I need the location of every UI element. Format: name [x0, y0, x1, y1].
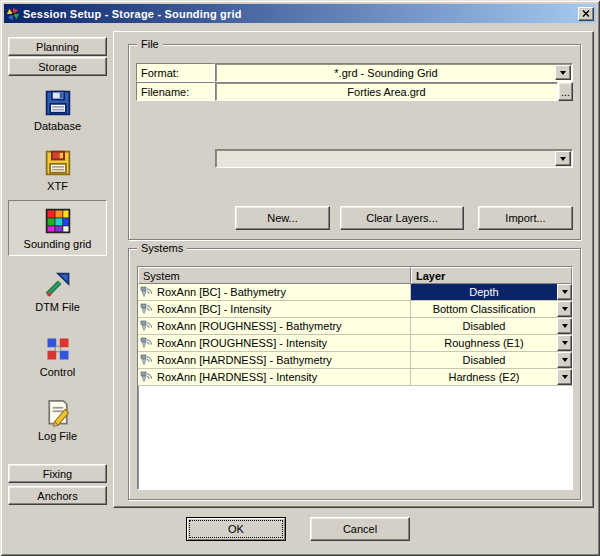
control-icon	[44, 335, 72, 363]
sidebar-button-fixing[interactable]: Fixing	[8, 464, 107, 483]
chevron-down-icon	[562, 341, 568, 345]
sounder-icon	[140, 303, 154, 315]
sidebar-button-label: Anchors	[37, 490, 77, 502]
system-cell[interactable]: RoxAnn [ROUGHNESS] - Bathymetry	[138, 318, 411, 334]
sounder-icon	[140, 371, 154, 383]
sidebar-item-label: Database	[34, 120, 81, 132]
layer-combobox[interactable]: Depth	[411, 284, 572, 300]
extra-combobox[interactable]	[215, 149, 573, 168]
filename-field[interactable]: Forties Area.grd	[215, 82, 558, 101]
system-cell[interactable]: RoxAnn [HARDNESS] - Intensity	[138, 369, 411, 385]
column-header-layer[interactable]: Layer	[411, 267, 572, 284]
table-row: RoxAnn [ROUGHNESS] - Bathymetry Disabled	[138, 318, 572, 335]
dtm-file-icon	[44, 270, 72, 298]
system-cell[interactable]: RoxAnn [BC] - Bathymetry	[138, 284, 411, 300]
layer-dropdown-button[interactable]	[557, 284, 572, 300]
close-icon	[582, 10, 590, 17]
layer-combobox[interactable]: Bottom Classification	[411, 301, 572, 317]
sounder-icon	[140, 320, 154, 332]
layer-dropdown-button[interactable]	[557, 301, 572, 317]
layer-dropdown-button[interactable]	[557, 369, 572, 385]
system-cell[interactable]: RoxAnn [BC] - Intensity	[138, 301, 411, 317]
log-file-icon	[44, 399, 72, 427]
clear-layers-button[interactable]: Clear Layers...	[340, 206, 464, 230]
database-disk-icon	[44, 89, 72, 117]
layer-dropdown-button[interactable]	[557, 318, 572, 334]
session-setup-window: Session Setup - Storage - Sounding grid …	[0, 0, 600, 556]
sidebar-item-label: DTM File	[35, 301, 80, 313]
sidebar-item-sounding-grid[interactable]: Sounding grid	[8, 200, 107, 256]
ok-button[interactable]: OK	[186, 517, 286, 541]
table-row: RoxAnn [BC] - Bathymetry Depth	[138, 284, 572, 301]
systems-group: Systems System Layer RoxAnn [BC] - Bathy…	[128, 248, 581, 500]
table-row: RoxAnn [BC] - Intensity Bottom Classific…	[138, 301, 572, 318]
close-button[interactable]	[578, 7, 594, 21]
browse-button[interactable]: ...	[558, 82, 573, 101]
chevron-down-icon	[562, 375, 568, 379]
sidebar-item-xtf[interactable]: XTF	[8, 144, 107, 196]
sidebar-button-planning[interactable]: Planning	[8, 37, 107, 56]
system-cell[interactable]: RoxAnn [ROUGHNESS] - Intensity	[138, 335, 411, 351]
sounding-grid-icon	[44, 207, 72, 235]
layer-combobox[interactable]: Disabled	[411, 318, 572, 334]
column-header-system[interactable]: System	[138, 267, 411, 284]
format-value: *.grd - Sounding Grid	[334, 67, 437, 79]
sidebar-item-log-file[interactable]: Log File	[8, 392, 107, 448]
sidebar-item-control[interactable]: Control	[8, 330, 107, 382]
sidebar-button-label: Planning	[36, 41, 79, 53]
chevron-down-icon	[560, 157, 566, 161]
filename-label: Filename:	[136, 82, 215, 101]
sidebar-item-dtm-file[interactable]: DTM File	[8, 264, 107, 318]
new-button[interactable]: New...	[235, 206, 330, 230]
app-icon	[6, 7, 20, 21]
chevron-down-icon	[562, 290, 568, 294]
window-title: Session Setup - Storage - Sounding grid	[23, 8, 575, 20]
sounder-icon	[140, 286, 154, 298]
sidebar-button-label: Storage	[38, 61, 77, 73]
layer-combobox[interactable]: Hardness (E2)	[411, 369, 572, 385]
layer-combobox[interactable]: Disabled	[411, 352, 572, 368]
layer-combobox[interactable]: Roughness (E1)	[411, 335, 572, 351]
chevron-down-icon	[562, 358, 568, 362]
sidebar-button-anchors[interactable]: Anchors	[8, 486, 107, 505]
main-panel: File Format: *.grd - Sounding Grid Filen…	[113, 31, 594, 508]
cancel-button[interactable]: Cancel	[310, 517, 410, 541]
titlebar: Session Setup - Storage - Sounding grid	[4, 4, 596, 23]
xtf-disk-icon	[44, 149, 72, 177]
format-combobox[interactable]: *.grd - Sounding Grid	[215, 63, 573, 82]
sounder-icon	[140, 354, 154, 366]
file-group: File Format: *.grd - Sounding Grid Filen…	[128, 44, 581, 240]
sidebar-item-label: XTF	[47, 180, 68, 192]
sidebar-button-label: Fixing	[43, 468, 72, 480]
systems-table-header: System Layer	[138, 267, 572, 284]
filename-value: Forties Area.grd	[347, 86, 425, 98]
extra-dropdown-button[interactable]	[555, 151, 571, 166]
system-cell[interactable]: RoxAnn [HARDNESS] - Bathymetry	[138, 352, 411, 368]
chevron-down-icon	[562, 307, 568, 311]
sidebar-item-label: Log File	[38, 430, 77, 442]
sidebar-item-label: Control	[40, 366, 75, 378]
format-dropdown-button[interactable]	[555, 65, 571, 80]
systems-group-title: Systems	[137, 241, 187, 255]
file-group-title: File	[137, 37, 163, 51]
sidebar-button-storage[interactable]: Storage	[8, 57, 107, 76]
chevron-down-icon	[562, 324, 568, 328]
format-label: Format:	[136, 63, 215, 82]
table-row: RoxAnn [HARDNESS] - Bathymetry Disabled	[138, 352, 572, 369]
sidebar-item-database[interactable]: Database	[8, 84, 107, 136]
systems-table: System Layer RoxAnn [BC] - Bathymetry De…	[137, 266, 573, 490]
table-row: RoxAnn [ROUGHNESS] - Intensity Roughness…	[138, 335, 572, 352]
sidebar-item-label: Sounding grid	[24, 238, 92, 250]
layer-dropdown-button[interactable]	[557, 352, 572, 368]
table-row: RoxAnn [HARDNESS] - Intensity Hardness (…	[138, 369, 572, 386]
sounder-icon	[140, 337, 154, 349]
chevron-down-icon	[560, 71, 566, 75]
import-button[interactable]: Import...	[478, 206, 573, 230]
layer-dropdown-button[interactable]	[557, 335, 572, 351]
